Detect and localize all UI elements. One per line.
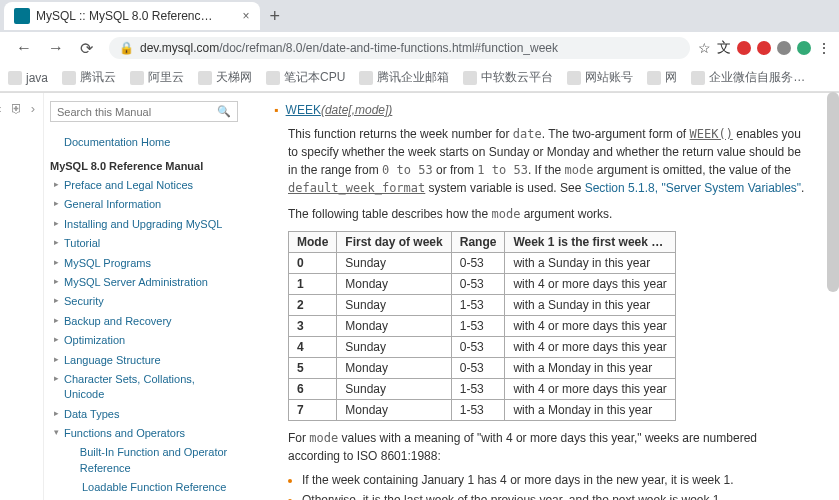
table-cell: Sunday	[337, 337, 451, 358]
table-cell: 0-53	[451, 337, 505, 358]
tab-bar: MySQL :: MySQL 8.0 Referenc… × +	[0, 0, 839, 32]
mysql-favicon	[14, 8, 30, 24]
sidebar-item[interactable]: ▾Functions and Operators	[50, 424, 238, 443]
table-cell: with 4 or more days this year	[505, 316, 675, 337]
list-item: If the week containing January 1 has 4 o…	[302, 473, 809, 487]
sidebar-item[interactable]: ▸Data Types	[50, 405, 238, 424]
sidebar-item[interactable]: ▸MySQL Server Administration	[50, 273, 238, 292]
sidebar-item[interactable]: ▸Optimization	[50, 331, 238, 350]
table-cell: 0-53	[451, 358, 505, 379]
sidebar-item[interactable]: ▸Backup and Recovery	[50, 312, 238, 331]
table-cell: 2	[289, 295, 337, 316]
menu-icon[interactable]: ⋮	[817, 40, 831, 56]
close-icon[interactable]: ×	[243, 9, 250, 23]
bookmark-item[interactable]: 企业微信自服务…	[691, 69, 805, 86]
table-header: Mode	[289, 232, 337, 253]
shield-icon[interactable]: ⛨	[10, 101, 23, 116]
scrollbar[interactable]	[827, 92, 839, 292]
sidebar-item[interactable]: ▸MySQL Programs	[50, 254, 238, 273]
section-link[interactable]: Section 5.1.8, "Server System Variables"	[585, 181, 801, 195]
star-icon[interactable]: ☆	[698, 40, 711, 56]
lock-icon: 🔒	[119, 41, 134, 55]
table-cell: 0	[289, 253, 337, 274]
back-button[interactable]: ←	[8, 39, 40, 57]
ext-red-icon[interactable]	[737, 41, 751, 55]
chevron-left-icon[interactable]: ‹	[0, 101, 2, 116]
table-header: First day of week	[337, 232, 451, 253]
reload-button[interactable]: ⟳	[72, 39, 101, 58]
browser-tab[interactable]: MySQL :: MySQL 8.0 Referenc… ×	[4, 2, 260, 30]
table-row: 7Monday1-53with a Monday in this year	[289, 400, 676, 421]
bookmark-item[interactable]: 天梯网	[198, 69, 252, 86]
new-tab-button[interactable]: +	[260, 6, 291, 27]
url-path: /doc/refman/8.0/en/date-and-time-functio…	[219, 41, 558, 55]
table-header: Week 1 is the first week …	[505, 232, 675, 253]
table-cell: with a Sunday in this year	[505, 253, 675, 274]
table-row: 6Sunday1-53with 4 or more days this year	[289, 379, 676, 400]
ext-red2-icon[interactable]	[757, 41, 771, 55]
table-cell: Sunday	[337, 295, 451, 316]
table-cell: Sunday	[337, 253, 451, 274]
table-row: 1Monday0-53with 4 or more days this year	[289, 274, 676, 295]
chevron-right-icon[interactable]: ›	[31, 101, 35, 116]
translate-icon[interactable]: 文	[717, 39, 731, 57]
table-row: 3Monday1-53with 4 or more days this year	[289, 316, 676, 337]
bookmark-item[interactable]: 阿里云	[130, 69, 184, 86]
search-icon[interactable]: 🔍	[217, 105, 231, 118]
table-row: 5Monday0-53with a Monday in this year	[289, 358, 676, 379]
bookmarks-bar: java腾讯云阿里云天梯网笔记本CPU腾讯企业邮箱中软数云平台网站账号网企业微信…	[0, 64, 839, 92]
table-cell: Monday	[337, 274, 451, 295]
bookmark-item[interactable]: 腾讯企业邮箱	[359, 69, 449, 86]
table-row: 2Sunday1-53with a Sunday in this year	[289, 295, 676, 316]
table-cell: 7	[289, 400, 337, 421]
sidebar-sub-item[interactable]: Built-In Function and Operator Reference	[50, 443, 238, 478]
paragraph-2: The following table describes how the mo…	[288, 205, 809, 223]
main-content: ▪ WEEK(date[,mode]) This function return…	[244, 93, 839, 500]
doc-home-link[interactable]: Documentation Home	[50, 132, 238, 156]
bookmark-item[interactable]: 笔记本CPU	[266, 69, 345, 86]
sidebar-item[interactable]: ▸Security	[50, 292, 238, 311]
sidebar-item[interactable]: ▸Character Sets, Collations, Unicode	[50, 370, 238, 405]
table-cell: 1-53	[451, 379, 505, 400]
bookmark-item[interactable]: java	[8, 71, 48, 85]
table-cell: with 4 or more days this year	[505, 337, 675, 358]
url-input[interactable]: 🔒 dev.mysql.com/doc/refman/8.0/en/date-a…	[109, 37, 690, 59]
sidebar-item[interactable]: ▸Tutorial	[50, 234, 238, 253]
table-cell: 1-53	[451, 400, 505, 421]
sidebar-item[interactable]: ▸General Information	[50, 195, 238, 214]
table-header: Range	[451, 232, 505, 253]
tab-title: MySQL :: MySQL 8.0 Referenc…	[36, 9, 213, 23]
table-cell: with a Sunday in this year	[505, 295, 675, 316]
search-box[interactable]: 🔍	[50, 101, 238, 122]
table-cell: 1-53	[451, 295, 505, 316]
table-cell: 0-53	[451, 274, 505, 295]
sidebar-item[interactable]: ▸Installing and Upgrading MySQL	[50, 215, 238, 234]
bookmark-item[interactable]: 网站账号	[567, 69, 633, 86]
bookmark-item[interactable]: 中软数云平台	[463, 69, 553, 86]
table-cell: 1-53	[451, 316, 505, 337]
bookmark-item[interactable]: 腾讯云	[62, 69, 116, 86]
table-cell: 6	[289, 379, 337, 400]
ext-green-icon[interactable]	[797, 41, 811, 55]
paragraph-1: This function returns the week number fo…	[288, 125, 809, 197]
forward-button[interactable]: →	[40, 39, 72, 57]
table-cell: Monday	[337, 316, 451, 337]
function-signature: ▪ WEEK(date[,mode])	[274, 103, 809, 117]
paragraph-3: For mode values with a meaning of "with …	[288, 429, 809, 465]
table-row: 4Sunday0-53with 4 or more days this year	[289, 337, 676, 358]
sidebar-item[interactable]: ▸Language Structure	[50, 351, 238, 370]
table-row: 0Sunday0-53with a Sunday in this year	[289, 253, 676, 274]
sidebar-sub-item[interactable]: Loadable Function Reference	[50, 478, 238, 497]
left-margin: ‹ ⛨ ›	[0, 93, 44, 500]
toolbar-icons: ☆ 文 ⋮	[698, 39, 831, 57]
func-link[interactable]: WEEK	[286, 103, 321, 117]
table-cell: 1	[289, 274, 337, 295]
list-item: Otherwise, it is the last week of the pr…	[302, 493, 809, 500]
search-input[interactable]	[57, 105, 217, 118]
table-cell: with 4 or more days this year	[505, 274, 675, 295]
url-host: dev.mysql.com	[140, 41, 219, 55]
sidebar-item[interactable]: ▸Preface and Legal Notices	[50, 176, 238, 195]
bullet-list: If the week containing January 1 has 4 o…	[302, 473, 809, 500]
ext-gray-icon[interactable]	[777, 41, 791, 55]
bookmark-item[interactable]: 网	[647, 69, 677, 86]
